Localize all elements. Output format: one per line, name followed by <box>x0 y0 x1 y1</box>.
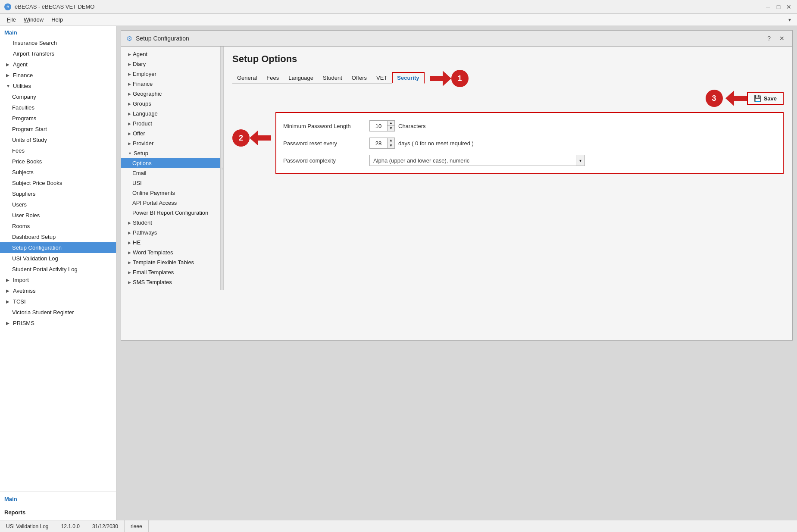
menu-window[interactable]: Window <box>20 15 47 24</box>
app-body: Main Insurance Search Airport Transfers … <box>0 26 797 520</box>
nav-item-pathways[interactable]: ▶ Pathways <box>121 228 220 238</box>
sidebar-item-usi-validation-log[interactable]: USI Validation Log <box>0 253 116 264</box>
nav-item-word-templates[interactable]: ▶ Word Templates <box>121 247 220 257</box>
title-bar: e eBECAS - eBECAS VET DEMO ─ □ ✕ <box>0 0 797 14</box>
min-password-spinner[interactable]: ▲ ▼ <box>369 120 395 131</box>
nav-item-student[interactable]: ▶ Student <box>121 218 220 228</box>
sidebar-item-user-roles[interactable]: User Roles <box>0 210 116 221</box>
nav-item-agent[interactable]: ▶ Agent <box>121 49 220 59</box>
maximize-button[interactable]: □ <box>775 3 782 11</box>
sidebar-label-avetmiss: Avetmiss <box>13 288 36 294</box>
menu-help[interactable]: Help <box>48 15 66 24</box>
sidebar-item-price-books[interactable]: Price Books <box>0 156 116 167</box>
nav-item-offer[interactable]: ▶ Offer <box>121 128 220 138</box>
nav-item-sms-templates[interactable]: ▶ SMS Templates <box>121 277 220 287</box>
nav-label-template-flexible: Template Flexible Tables <box>133 259 194 266</box>
password-complexity-dropdown-arrow[interactable]: ▾ <box>576 155 584 166</box>
sidebar-item-insurance-search[interactable]: Insurance Search <box>0 38 116 48</box>
sidebar-item-dashboard-setup[interactable]: Dashboard Setup <box>0 232 116 242</box>
nav-item-employer[interactable]: ▶ Employer <box>121 69 220 79</box>
nav-item-setup[interactable]: ▼ Setup <box>121 148 220 158</box>
nav-item-language[interactable]: ▶ Language <box>121 109 220 119</box>
sidebar-item-suppliers[interactable]: Suppliers <box>0 188 116 199</box>
tab-fees[interactable]: Fees <box>262 72 284 83</box>
nav-label-usi: USI <box>132 180 142 186</box>
nav-item-he[interactable]: ▶ HE <box>121 238 220 247</box>
sidebar-item-tcsi[interactable]: ▶ TCSI <box>0 296 116 307</box>
min-password-down[interactable]: ▼ <box>388 126 394 131</box>
sidebar-main-title: Main <box>0 26 116 38</box>
nav-item-online-payments[interactable]: Online Payments <box>121 188 220 198</box>
sidebar-item-fees[interactable]: Fees <box>0 145 116 156</box>
password-reset-input[interactable] <box>370 139 387 147</box>
sidebar-item-airport-transfers[interactable]: Airport Transfers <box>0 48 116 59</box>
sidebar-item-rooms[interactable]: Rooms <box>0 221 116 232</box>
sidebar-item-programs[interactable]: Programs <box>0 113 116 124</box>
nav-item-power-bi[interactable]: Power BI Report Configuration <box>121 208 220 218</box>
nav-label-diary: Diary <box>133 61 146 67</box>
password-complexity-select[interactable]: Alpha (upper and lower case), numeric ▾ <box>369 155 585 166</box>
nav-item-groups[interactable]: ▶ Groups <box>121 99 220 109</box>
menu-file[interactable]: File <box>3 15 19 24</box>
tab-security[interactable]: Security <box>392 72 424 84</box>
nav-label-he: HE <box>133 239 141 246</box>
tabs-row: General Fees Language Student Offers VET… <box>232 72 425 84</box>
nav-item-product[interactable]: ▶ Product <box>121 119 220 128</box>
sidebar-label-program-start: Program Start <box>12 126 47 132</box>
sidebar-item-setup-configuration[interactable]: Setup Configuration <box>0 242 116 253</box>
sidebar-item-subject-price-books[interactable]: Subject Price Books <box>0 178 116 188</box>
sidebar-item-import[interactable]: ▶ Import <box>0 275 116 285</box>
sidebar-scroll[interactable]: Main Insurance Search Airport Transfers … <box>0 26 116 491</box>
nav-item-usi[interactable]: USI <box>121 178 220 188</box>
sidebar-item-student-portal-log[interactable]: Student Portal Activity Log <box>0 264 116 275</box>
sidebar-item-subjects[interactable]: Subjects <box>0 167 116 178</box>
arrow-prisms: ▶ <box>6 321 11 325</box>
tab-vet[interactable]: VET <box>372 72 392 83</box>
panel-help-button[interactable]: ? <box>765 34 773 43</box>
sidebar-item-avetmiss[interactable]: ▶ Avetmiss <box>0 285 116 296</box>
resize-handle[interactable]: · · · <box>220 47 224 290</box>
sidebar-item-victoria-student[interactable]: Victoria Student Register <box>0 307 116 318</box>
nav-item-geographic[interactable]: ▶ Geographic <box>121 89 220 99</box>
menu-bar: File Window Help ▾ <box>0 14 797 26</box>
nav-item-diary[interactable]: ▶ Diary <box>121 59 220 69</box>
tab-student[interactable]: Student <box>318 72 347 83</box>
nav-label-employer: Employer <box>133 71 156 77</box>
nav-item-email-templates[interactable]: ▶ Email Templates <box>121 267 220 277</box>
sidebar-item-prisms[interactable]: ▶ PRISMS <box>0 318 116 329</box>
sidebar-item-agent[interactable]: ▶ Agent <box>0 59 116 70</box>
password-reset-up[interactable]: ▲ <box>388 138 394 143</box>
password-reset-down[interactable]: ▼ <box>388 143 394 148</box>
save-button[interactable]: 💾 Save <box>747 92 784 105</box>
no-arrow <box>6 41 11 45</box>
nav-arrow-offer: ▶ <box>128 131 131 136</box>
sidebar-item-utilities[interactable]: ▼ Utilities <box>0 81 116 91</box>
sidebar-item-finance[interactable]: ▶ Finance <box>0 70 116 81</box>
tab-offers[interactable]: Offers <box>347 72 372 83</box>
nav-item-template-flexible[interactable]: ▶ Template Flexible Tables <box>121 257 220 267</box>
sidebar-item-units-of-study[interactable]: Units of Study <box>0 135 116 145</box>
close-button[interactable]: ✕ <box>785 3 793 11</box>
annotation-arrow-1 <box>430 71 451 86</box>
min-password-input[interactable] <box>370 122 387 130</box>
nav-item-provider[interactable]: ▶ Provider <box>121 138 220 148</box>
minimize-button[interactable]: ─ <box>764 3 772 11</box>
nav-item-api-portal[interactable]: API Portal Access <box>121 198 220 208</box>
nav-item-options[interactable]: Options <box>121 158 220 168</box>
sidebar-label-price-books: Price Books <box>12 158 42 165</box>
nav-item-email[interactable]: Email <box>121 168 220 178</box>
panel-close-button[interactable]: ✕ <box>777 34 787 43</box>
password-reset-spinner[interactable]: ▲ ▼ <box>369 138 395 149</box>
sidebar-item-program-start[interactable]: Program Start <box>0 124 116 135</box>
form-row-min-password: Minimum Password Length ▲ ▼ <box>283 120 776 132</box>
nav-item-finance[interactable]: ▶ Finance <box>121 79 220 89</box>
app-icon: e <box>4 3 11 10</box>
sidebar-item-faculties[interactable]: Faculties <box>0 102 116 113</box>
sidebar-item-company[interactable]: Company <box>0 91 116 102</box>
sidebar-label-suppliers: Suppliers <box>12 191 35 197</box>
sidebar-item-users[interactable]: Users <box>0 199 116 210</box>
nav-arrow-setup: ▼ <box>128 151 132 156</box>
tab-language[interactable]: Language <box>284 72 318 83</box>
tab-general[interactable]: General <box>232 72 262 83</box>
min-password-up[interactable]: ▲ <box>388 121 394 126</box>
